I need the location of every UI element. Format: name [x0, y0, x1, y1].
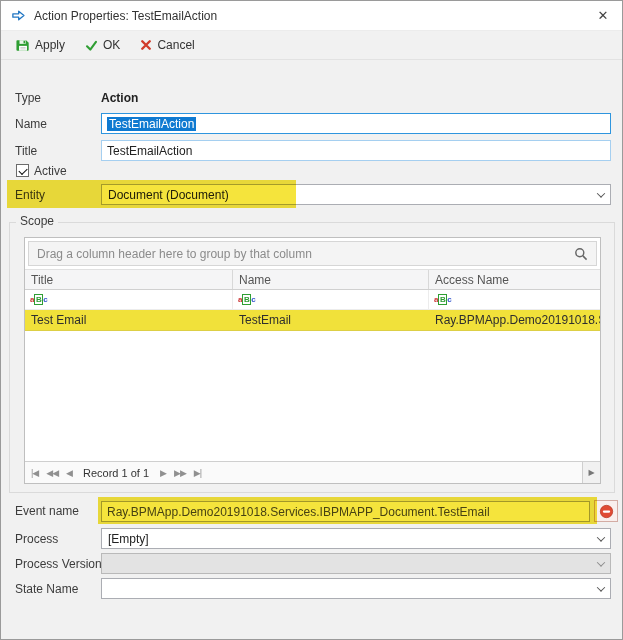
grid-empty-area	[25, 331, 600, 461]
scroll-right-button[interactable]: ▶	[582, 462, 600, 483]
filter-cell-title[interactable]: aBc	[25, 290, 233, 309]
scope-groupbox: Scope Drag a column header here to group…	[9, 222, 615, 493]
cancel-button-label: Cancel	[157, 38, 194, 52]
event-name-value: Ray.BPMApp.Demo20191018.Services.IBPMAPP…	[107, 505, 490, 519]
entity-dropdown[interactable]: Document (Document)	[101, 184, 611, 205]
record-navigator: |◀ ◀◀ ◀ Record 1 of 1 ▶ ▶▶ ▶| ▶	[25, 461, 600, 483]
event-name-input[interactable]: Ray.BPMApp.Demo20191018.Services.IBPMAPP…	[101, 501, 590, 522]
title-input-value: TestEmailAction	[107, 144, 192, 158]
name-label: Name	[15, 117, 47, 131]
check-icon	[85, 39, 98, 52]
type-value: Action	[101, 91, 138, 105]
name-input-value: TestEmailAction	[107, 117, 196, 131]
abc-filter-icon: aBc	[238, 296, 256, 304]
scope-grid: Drag a column header here to group by th…	[24, 237, 601, 484]
next-page-button[interactable]: ▶▶	[170, 468, 190, 478]
scope-groupbox-label: Scope	[16, 214, 58, 228]
chevron-down-icon	[596, 533, 604, 541]
toolbar: Apply OK Cancel	[1, 31, 622, 60]
search-icon[interactable]	[574, 247, 588, 261]
active-checkbox[interactable]	[16, 164, 29, 177]
apply-button[interactable]: Apply	[7, 35, 74, 55]
remove-circle-icon	[599, 504, 614, 519]
chevron-down-icon	[596, 583, 604, 591]
grid-group-panel: Drag a column header here to group by th…	[28, 241, 597, 266]
type-label: Type	[15, 91, 41, 105]
process-version-label: Process Version	[15, 557, 102, 571]
close-button[interactable]: ✕	[584, 1, 622, 31]
x-icon	[140, 39, 152, 51]
event-name-label: Event name	[15, 504, 79, 518]
process-dropdown-button[interactable]	[591, 529, 610, 548]
first-record-button[interactable]: |◀	[27, 468, 42, 478]
apply-button-label: Apply	[35, 38, 65, 52]
state-name-dropdown[interactable]	[101, 578, 611, 599]
process-dropdown-value: [Empty]	[108, 532, 591, 546]
clear-event-button[interactable]	[594, 500, 618, 522]
process-dropdown[interactable]: [Empty]	[101, 528, 611, 549]
title-bar: Action Properties: TestEmailAction ✕	[1, 1, 622, 31]
state-name-dropdown-button[interactable]	[591, 579, 610, 598]
grid-auto-filter-row: aBc aBc aBc	[25, 290, 600, 310]
chevron-down-icon	[596, 189, 604, 197]
abc-filter-icon: aBc	[30, 296, 48, 304]
active-label: Active	[34, 164, 67, 178]
process-version-dropdown-button	[591, 554, 610, 573]
entity-dropdown-value: Document (Document)	[108, 188, 591, 202]
save-icon	[16, 38, 30, 52]
process-version-dropdown	[101, 553, 611, 574]
cancel-button[interactable]: Cancel	[131, 35, 203, 55]
title-input[interactable]: TestEmailAction	[101, 140, 611, 161]
prev-record-button[interactable]: ◀	[62, 468, 76, 478]
chevron-down-icon	[596, 558, 604, 566]
ok-button[interactable]: OK	[76, 35, 129, 55]
cell-title[interactable]: Test Email	[25, 310, 233, 330]
process-label: Process	[15, 532, 58, 546]
entity-label: Entity	[15, 188, 45, 202]
column-header-access-name[interactable]: Access Name	[429, 270, 600, 289]
filter-cell-name[interactable]: aBc	[233, 290, 429, 309]
action-app-icon	[11, 8, 26, 23]
cell-access-name[interactable]: Ray.BPMApp.Demo20191018.Serv	[429, 310, 600, 330]
ok-button-label: OK	[103, 38, 120, 52]
group-panel-hint: Drag a column header here to group by th…	[37, 247, 574, 261]
next-record-button[interactable]: ▶	[156, 468, 170, 478]
entity-dropdown-button[interactable]	[591, 185, 610, 204]
column-header-title[interactable]: Title	[25, 270, 233, 289]
title-label: Title	[15, 144, 37, 158]
cell-name[interactable]: TestEmail	[233, 310, 429, 330]
prev-page-button[interactable]: ◀◀	[42, 468, 62, 478]
name-input[interactable]: TestEmailAction	[101, 113, 611, 134]
filter-cell-access-name[interactable]: aBc	[429, 290, 600, 309]
column-header-name[interactable]: Name	[233, 270, 429, 289]
record-count-text: Record 1 of 1	[83, 467, 149, 479]
state-name-label: State Name	[15, 582, 78, 596]
window-title: Action Properties: TestEmailAction	[34, 9, 217, 23]
grid-header-row: Title Name Access Name	[25, 269, 600, 290]
action-properties-dialog: Action Properties: TestEmailAction ✕ App…	[0, 0, 623, 640]
last-record-button[interactable]: ▶|	[190, 468, 205, 478]
table-row[interactable]: Test Email TestEmail Ray.BPMApp.Demo2019…	[25, 310, 600, 331]
abc-filter-icon: aBc	[434, 296, 452, 304]
